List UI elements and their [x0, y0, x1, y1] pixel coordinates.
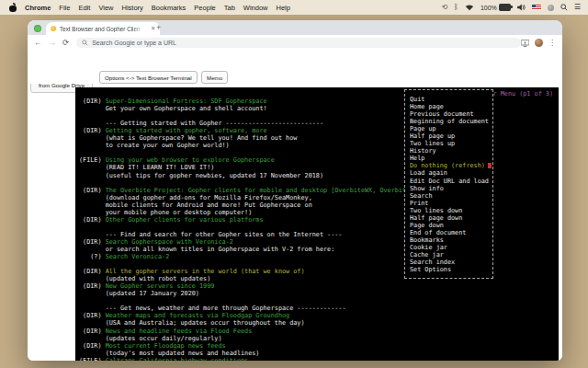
wifi-icon[interactable]	[465, 4, 474, 11]
us-flag-input-icon[interactable]	[532, 5, 541, 11]
gopher-link[interactable]: Other Gopher clients for various platfor…	[106, 216, 264, 224]
popup-item-edit-doc-url-and-load[interactable]: Edit Doc URL and load	[405, 178, 492, 185]
gopher-item-type-label	[79, 275, 106, 282]
gopher-item-type-label	[79, 246, 106, 253]
gopher-link[interactable]: All the gopher servers in the world (tha…	[106, 268, 305, 275]
popup-item-previous-document[interactable]: Previous document	[405, 110, 492, 118]
gopher-link-row[interactable]: (DIR) Most current Floodgap news feeds	[79, 342, 559, 350]
popup-item-set-options[interactable]: Set Options	[405, 266, 492, 273]
popup-item-show-info[interactable]: Show info	[405, 185, 492, 192]
popup-item-home-page[interactable]: Home page	[405, 103, 492, 110]
gopher-item-type-label	[79, 297, 106, 305]
popup-item-search-index[interactable]: Search index	[405, 259, 492, 266]
gopher-link[interactable]: Most current Floodgap news feeds	[106, 342, 226, 350]
popup-item-search[interactable]: Search	[405, 192, 492, 200]
popup-selection-cursor	[488, 163, 492, 168]
gopher-link-row[interactable]: (DIR) Weather maps and forecasts via Flo…	[79, 312, 559, 319]
tab-title: Text Browser and Gopher Clien	[60, 26, 148, 32]
menubar-item-people[interactable]: People	[194, 4, 215, 12]
gopher-item-type-label	[79, 149, 106, 156]
menubar-item-edit[interactable]: Edit	[78, 4, 90, 12]
traffic-light-green[interactable]	[34, 25, 41, 32]
gopher-item-type-label	[79, 134, 106, 142]
gopher-item-type-label	[79, 179, 106, 187]
popup-item-half-page-up[interactable]: Half page up	[405, 132, 492, 140]
gopher-link[interactable]: Search Gopherspace with Veronica-2	[106, 238, 233, 246]
gopher-item-type-label	[79, 209, 106, 216]
gopher-item-type-label	[79, 112, 106, 120]
menubar-item-view[interactable]: View	[98, 4, 113, 12]
gopher-text: --- Get news, weather and more through G…	[106, 305, 346, 312]
popup-item-page-down[interactable]: Page down	[405, 222, 492, 229]
profile-avatar[interactable]	[535, 39, 543, 47]
gopher-link[interactable]: New Gopher servers since 1999	[106, 282, 215, 290]
menubar-item-chrome[interactable]: Chrome	[25, 4, 51, 12]
gopher-link-row[interactable]: (DIR) New Gopher servers since 1999	[79, 282, 559, 290]
apple-menu-icon[interactable]	[9, 4, 17, 12]
gopher-item-type-label: (DIR)	[79, 328, 106, 335]
bluetooth-icon[interactable]: ᛒ	[454, 4, 458, 11]
gopher-item-type-label: (DIR)	[79, 187, 106, 194]
chrome-window: Text Browser and Gopher Clien × + ← → ⟳ …	[28, 20, 562, 361]
gopher-item-type-label: (FILE)	[79, 357, 106, 361]
popup-item-bookmarks[interactable]: Bookmarks	[405, 236, 492, 244]
menubar-item-help[interactable]: Help	[277, 4, 290, 12]
popup-item-cache-jar[interactable]: Cache jar	[405, 251, 492, 259]
popup-item-history[interactable]: History	[405, 147, 492, 155]
gopher-item-type-label	[79, 305, 106, 312]
popup-item-two-lines-up[interactable]: Two lines up	[405, 140, 492, 147]
gopher-link[interactable]: Using your web browser to explore Gopher…	[106, 156, 275, 164]
gopher-item-type-label	[79, 224, 106, 231]
gopher-link[interactable]: The Overbite Project: Gopher clients for…	[106, 187, 410, 194]
options-toggle-button[interactable]: Options <-> Text Browser Terminal	[99, 71, 198, 84]
browser-tab[interactable]: Text Browser and Gopher Clien ×	[46, 22, 160, 35]
popup-item-page-up[interactable]: Page up	[405, 125, 492, 132]
reload-button[interactable]: ⟳	[62, 39, 69, 47]
text-browser-terminal[interactable]: pher Menu (p1 of 3) (DIR) Super-Dimensio…	[75, 87, 559, 361]
menubar-item-history[interactable]: History	[122, 4, 143, 12]
popup-item-quit[interactable]: Quit	[405, 96, 492, 103]
battery-indicator[interactable]: 100%	[481, 4, 511, 11]
menubar-item-file[interactable]: File	[59, 4, 70, 12]
popup-item-cookie-jar[interactable]: Cookie jar	[405, 244, 492, 251]
notification-center-icon[interactable]: ☰	[574, 4, 581, 11]
gopher-item-type-label	[79, 335, 106, 342]
gopher-link-row[interactable]: (FILE) Caltrans California highway condi…	[79, 357, 559, 361]
popup-item-end-of-document[interactable]: End of document	[405, 229, 492, 236]
back-button[interactable]: ←	[34, 39, 42, 47]
gopher-link[interactable]: News and headline feeds via Flood Feeds	[106, 328, 253, 335]
forward-button[interactable]: →	[49, 39, 57, 47]
send-to-device-icon[interactable]	[521, 40, 529, 47]
tab-strip: Text Browser and Gopher Clien × +	[28, 20, 562, 35]
memo-button[interactable]: Memo	[201, 71, 228, 84]
popup-item-beginning-of-document[interactable]: Beginning of document	[405, 118, 492, 125]
browser-toolbar: ← → ⟳ Search Google or type a URL ⋮	[28, 35, 562, 52]
gopher-link[interactable]: Super-Dimensional Fortress: SDF Gophersp…	[106, 98, 267, 105]
siri-icon[interactable]	[548, 5, 554, 11]
gopher-text: --- Find and search for other Gopher sit…	[106, 231, 343, 238]
new-tab-button[interactable]: +	[156, 23, 161, 33]
popup-item-do-nothing-refresh-[interactable]: Do nothing (refresh)	[405, 162, 492, 169]
gopher-link[interactable]: Caltrans California highway conditions	[106, 357, 249, 361]
popup-item-two-lines-down[interactable]: Two lines down	[405, 207, 492, 214]
popup-item-half-page-down[interactable]: Half page down	[405, 214, 492, 222]
spotlight-icon[interactable]	[560, 4, 568, 11]
gopher-link[interactable]: Search Veronica-2	[106, 253, 170, 260]
popup-item-help[interactable]: Help	[405, 155, 492, 162]
search-icon	[82, 40, 88, 46]
gopher-text: (USA and Australia; updates occur throug…	[106, 319, 305, 327]
popup-item-load-again[interactable]: Load again	[405, 169, 492, 177]
address-bar[interactable]: Search Google or type a URL	[76, 38, 521, 48]
gopher-link[interactable]: Weather maps and forecasts via Floodgap …	[106, 312, 290, 319]
gopher-link[interactable]: Getting started with gopher, software, m…	[106, 127, 267, 134]
gopher-link-row[interactable]: (DIR) News and headline feeds via Flood …	[79, 328, 559, 335]
menubar-item-bookmarks[interactable]: Bookmarks	[152, 4, 187, 12]
tab-close-icon[interactable]: ×	[152, 25, 155, 32]
chrome-menu-icon[interactable]: ⋮	[548, 40, 556, 47]
popup-item-print[interactable]: Print	[405, 200, 492, 207]
volume-icon[interactable]	[517, 4, 526, 11]
lynx-options-popup-menu: QuitHome pagePrevious documentBeginning …	[404, 89, 493, 279]
menubar-item-tab[interactable]: Tab	[224, 4, 235, 12]
update-icon[interactable]: ⟲	[441, 4, 447, 11]
menubar-item-window[interactable]: Window	[243, 4, 268, 12]
